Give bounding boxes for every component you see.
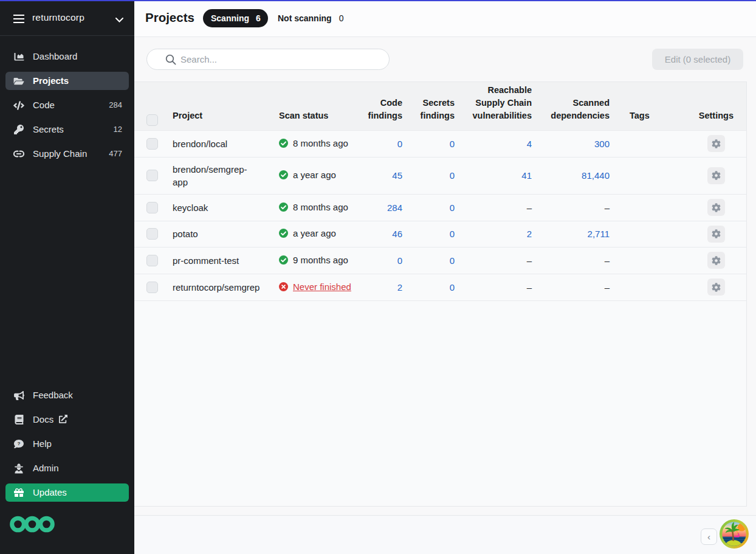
svg-text:?: ?: [18, 441, 21, 446]
